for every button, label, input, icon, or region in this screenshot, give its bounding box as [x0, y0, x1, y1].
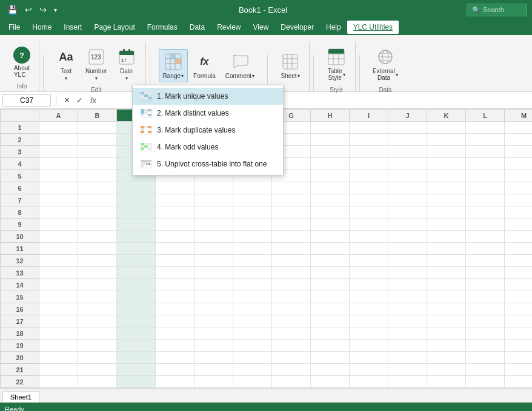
grid-cell[interactable] — [78, 122, 117, 134]
grid-cell[interactable] — [427, 146, 466, 158]
row-header-16[interactable]: 16 — [1, 303, 39, 315]
row-header-22[interactable]: 22 — [1, 376, 39, 388]
grid-cell[interactable] — [427, 158, 466, 170]
menu-insert[interactable]: Insert — [58, 21, 88, 34]
grid-cell[interactable] — [195, 206, 233, 219]
row-header-17[interactable]: 17 — [1, 315, 39, 327]
grid-cell[interactable] — [505, 255, 533, 267]
grid-cell[interactable] — [466, 279, 505, 291]
about-ylc-button[interactable]: ? AboutYLC — [10, 44, 34, 81]
row-header-7[interactable]: 7 — [1, 194, 39, 206]
grid-cell[interactable] — [350, 206, 388, 219]
grid-cell[interactable] — [388, 291, 427, 303]
grid-cell[interactable] — [195, 352, 233, 364]
grid-cell[interactable] — [233, 255, 272, 267]
table-style-button[interactable]: TableStyle ▾ — [322, 44, 350, 84]
grid-cell[interactable] — [388, 182, 427, 194]
row-header-10[interactable]: 10 — [1, 231, 39, 243]
grid-cell[interactable] — [311, 376, 350, 388]
col-header-m[interactable]: M — [505, 110, 533, 122]
grid-cell[interactable] — [195, 303, 233, 315]
grid-cell[interactable] — [388, 134, 427, 146]
grid-cell[interactable] — [311, 291, 350, 303]
grid-cell[interactable] — [388, 315, 427, 327]
grid-cell[interactable] — [117, 194, 156, 206]
grid-cell[interactable] — [505, 146, 533, 158]
grid-cell[interactable] — [427, 182, 466, 194]
grid-cell[interactable] — [39, 340, 78, 352]
grid-cell[interactable] — [78, 158, 117, 170]
grid-cell[interactable] — [272, 219, 311, 231]
grid-cell[interactable] — [466, 182, 505, 194]
grid-cell[interactable] — [427, 267, 466, 279]
grid-cell[interactable] — [39, 279, 78, 291]
grid-cell[interactable] — [427, 340, 466, 352]
dropdown-item-mark-distinct[interactable]: 2. Mark distinct values — [133, 105, 283, 122]
grid-cell[interactable] — [233, 364, 272, 376]
grid-cell[interactable] — [388, 327, 427, 340]
grid-cell[interactable] — [388, 364, 427, 376]
grid-cell[interactable] — [117, 255, 156, 267]
grid-cell[interactable] — [505, 170, 533, 182]
grid-cell[interactable] — [272, 352, 311, 364]
grid-cell[interactable] — [311, 219, 350, 231]
grid-cell[interactable] — [427, 231, 466, 243]
col-header-k[interactable]: K — [427, 110, 466, 122]
grid-cell[interactable] — [117, 206, 156, 219]
grid-cell[interactable] — [427, 291, 466, 303]
grid-cell[interactable] — [117, 352, 156, 364]
grid-cell[interactable] — [427, 352, 466, 364]
row-header-13[interactable]: 13 — [1, 267, 39, 279]
text-button[interactable]: Aa Text ▾ — [52, 44, 80, 84]
col-header-j[interactable]: J — [388, 110, 427, 122]
grid-cell[interactable] — [117, 291, 156, 303]
grid-cell[interactable] — [156, 315, 195, 327]
row-header-15[interactable]: 15 — [1, 291, 39, 303]
grid-cell[interactable] — [78, 243, 117, 255]
row-header-3[interactable]: 3 — [1, 146, 39, 158]
row-header-20[interactable]: 20 — [1, 352, 39, 364]
row-header-8[interactable]: 8 — [1, 206, 39, 219]
grid-cell[interactable] — [311, 340, 350, 352]
grid-cell[interactable] — [350, 146, 388, 158]
grid-cell[interactable] — [78, 340, 117, 352]
grid-cell[interactable] — [272, 291, 311, 303]
grid-cell[interactable] — [195, 231, 233, 243]
grid-cell[interactable] — [39, 206, 78, 219]
grid-cell[interactable] — [311, 182, 350, 194]
grid-cell[interactable] — [427, 219, 466, 231]
menu-data[interactable]: Data — [184, 21, 211, 34]
grid-cell[interactable] — [78, 194, 117, 206]
grid-cell[interactable] — [311, 243, 350, 255]
grid-cell[interactable] — [117, 279, 156, 291]
grid-cell[interactable] — [350, 315, 388, 327]
grid-cell[interactable] — [505, 315, 533, 327]
row-header-19[interactable]: 19 — [1, 340, 39, 352]
grid-cell[interactable] — [195, 315, 233, 327]
grid-cell[interactable] — [195, 182, 233, 194]
cancel-formula-button[interactable]: ✕ — [61, 95, 73, 105]
row-header-5[interactable]: 5 — [1, 170, 39, 182]
grid-cell[interactable] — [350, 170, 388, 182]
undo-button[interactable]: ↩ — [22, 4, 35, 16]
grid-cell[interactable] — [388, 122, 427, 134]
grid-cell[interactable] — [350, 291, 388, 303]
grid-cell[interactable] — [272, 206, 311, 219]
grid-cell[interactable] — [195, 255, 233, 267]
grid-cell[interactable] — [233, 279, 272, 291]
grid-cell[interactable] — [272, 327, 311, 340]
grid-cell[interactable] — [156, 279, 195, 291]
menu-page-layout[interactable]: Page Layout — [88, 21, 141, 34]
grid-cell[interactable] — [195, 279, 233, 291]
grid-cell[interactable] — [350, 122, 388, 134]
grid-cell[interactable] — [117, 315, 156, 327]
grid-cell[interactable] — [39, 134, 78, 146]
grid-cell[interactable] — [311, 134, 350, 146]
grid-cell[interactable] — [311, 231, 350, 243]
grid-cell[interactable] — [78, 315, 117, 327]
grid-cell[interactable] — [117, 376, 156, 388]
grid-cell[interactable] — [195, 340, 233, 352]
grid-cell[interactable] — [78, 255, 117, 267]
col-header-h[interactable]: H — [311, 110, 350, 122]
grid-cell[interactable] — [156, 206, 195, 219]
